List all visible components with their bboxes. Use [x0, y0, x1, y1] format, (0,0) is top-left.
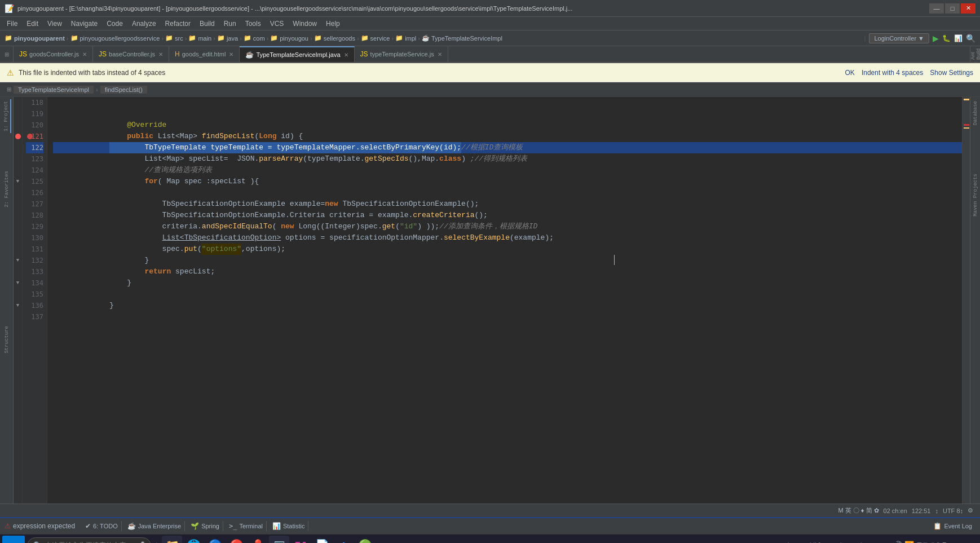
structure-btn[interactable]: Structure — [3, 324, 11, 355]
menu-help[interactable]: Help — [321, 19, 345, 29]
tab-close-1[interactable]: ✕ — [82, 51, 87, 58]
nav-main[interactable]: main — [198, 35, 211, 42]
taskbar-app-intellij[interactable]: IJ — [290, 536, 311, 544]
notif-message: This file is indented with tabs instead … — [19, 69, 841, 77]
tab-close-2[interactable]: ✕ — [158, 51, 163, 58]
nav-java[interactable]: java — [227, 35, 238, 42]
tool-spring[interactable]: 🌱 Spring — [187, 521, 223, 531]
database-label[interactable]: Database — [972, 99, 979, 127]
tab-js-icon-2: JS — [99, 50, 107, 58]
tab-label-typetemplateservice-js: typeTemplateService.js — [370, 51, 434, 58]
taskbar: ⊞ 🔍 在这里输入您要搜索的内容 🎤 | 📁 🌐 🔵 🔴 📍 💻 IJ — [0, 534, 980, 543]
breadcrumb-method[interactable]: findSpecList() — [100, 86, 147, 94]
cmd-icon: 💻 — [272, 538, 286, 543]
tab-close-5[interactable]: ✕ — [438, 51, 442, 58]
close-btn[interactable]: ✕ — [961, 3, 975, 14]
nav-com[interactable]: com — [253, 35, 265, 42]
blue-arrow-icon: ⬇ — [340, 538, 347, 543]
taskbar-tray: https://blog.csdn.net/qq_35... 🔊 📶 黑马程序员… — [788, 541, 978, 543]
menu-view[interactable]: View — [43, 19, 67, 29]
gear-icon[interactable]: ⚙ — [968, 507, 973, 514]
ant-build-label[interactable]: Ant Build — [969, 46, 981, 62]
taskbar-app-red[interactable]: 🔴 — [226, 536, 246, 544]
taskbar-app-green[interactable]: 🟢 — [355, 536, 375, 544]
taskbar-app-blue-arrow[interactable]: ⬇ — [333, 536, 354, 544]
nav-pinyougouparent[interactable]: pinyougouparent — [14, 35, 65, 42]
menu-run[interactable]: Run — [219, 19, 241, 29]
taskbar-search[interactable]: 🔍 在这里输入您要搜索的内容 🎤 — [27, 537, 151, 544]
menu-vcs[interactable]: VCS — [266, 19, 289, 29]
breadcrumb-structure-icon: ⊞ — [7, 86, 11, 92]
tab-bar: ⊞ JS goodsController.js ✕ JS baseControl… — [0, 46, 980, 63]
taskbar-app-cmd[interactable]: 💻 — [269, 536, 289, 544]
tray-icon-1[interactable]: 🔊 — [893, 541, 902, 543]
taskbar-app-chrome[interactable]: 🔵 — [205, 536, 225, 544]
maximize-btn[interactable]: □ — [945, 3, 960, 14]
tab-close-3[interactable]: ✕ — [229, 51, 233, 58]
taskbar-app-explorer[interactable]: 📁 — [162, 536, 182, 544]
tab-close-4[interactable]: ✕ — [344, 52, 348, 58]
code-editor[interactable]: @Override public List<Map> findSpecList(… — [47, 97, 962, 504]
notif-settings-link[interactable]: Show Settings — [930, 69, 973, 77]
tab-goods-edit[interactable]: H goods_edit.html ✕ — [169, 46, 240, 62]
notif-indent-link[interactable]: Indent with 4 spaces — [862, 69, 923, 77]
nav-sep-7: › — [310, 35, 312, 42]
tool-java-enterprise[interactable]: ☕ Java Enterprise — [124, 521, 185, 531]
maven-label[interactable]: Maven Projects — [972, 172, 979, 218]
profile-btn[interactable]: 📊 — [954, 34, 963, 42]
nav-service[interactable]: service — [370, 35, 390, 42]
minimize-btn[interactable]: — — [929, 3, 944, 14]
debug-btn[interactable]: 🐛 — [942, 34, 951, 42]
tab-label-goodscontroller: goodsController.js — [29, 51, 79, 58]
run-config-selector[interactable]: LoginController ▼ — [869, 33, 929, 43]
fold-132[interactable]: ▼ — [14, 255, 22, 266]
nav-pinyougou[interactable]: pinyougou — [280, 35, 308, 42]
menu-analyze[interactable]: Analyze — [127, 19, 161, 29]
nav-sellergoodsservice[interactable]: pinyougousellergoodsservice — [80, 35, 160, 42]
menu-navigate[interactable]: Navigate — [67, 19, 102, 29]
taskbar-app-edge[interactable]: 🌐 — [183, 536, 204, 544]
menu-file[interactable]: File — [2, 19, 22, 29]
menu-edit[interactable]: Edit — [22, 19, 43, 29]
start-button[interactable]: ⊞ — [2, 536, 25, 544]
tool-statistic[interactable]: 📊 Statistic — [269, 521, 309, 531]
tab-basecontroller[interactable]: JS baseController.js ✕ — [93, 46, 169, 62]
tool-todo[interactable]: ✔ 6: TODO — [82, 521, 122, 531]
spring-icon: 🌱 — [191, 522, 199, 530]
nav-sep-9: › — [391, 35, 394, 42]
nav-icon-folder: 📁 — [5, 34, 12, 42]
notif-ok-link[interactable]: OK — [845, 69, 855, 77]
tool-terminal[interactable]: >_ Terminal — [226, 521, 267, 531]
code-line-118 — [53, 97, 962, 108]
tab-typetemplate-service-js[interactable]: JS typeTemplateService.js ✕ — [355, 46, 448, 62]
nav-sellergoods[interactable]: sellergoods — [324, 35, 355, 42]
fold-136[interactable]: ▼ — [14, 300, 22, 311]
menu-tools[interactable]: Tools — [241, 19, 266, 29]
breadcrumb-class[interactable]: TypeTemplateServiceImpl — [14, 86, 94, 94]
tab-typetemplate-active[interactable]: ☕ TypeTemplateServiceImpl.java ✕ — [240, 46, 354, 62]
taskbar-app-maps[interactable]: 📍 — [248, 536, 268, 544]
run-btn[interactable]: ▶ — [933, 34, 939, 43]
search-everywhere-btn[interactable]: 🔍 — [966, 34, 975, 43]
menu-build[interactable]: Build — [195, 19, 219, 29]
nav-class[interactable]: TypeTemplateServiceImpl — [431, 35, 502, 42]
nav-src[interactable]: src — [175, 35, 183, 42]
nav-icon-impl: 📁 — [395, 34, 403, 42]
tray-icon-2[interactable]: 📶 — [904, 541, 914, 543]
tool-event-log[interactable]: 📋 Event Log — [930, 521, 975, 531]
menu-window[interactable]: Window — [288, 19, 321, 29]
menu-code[interactable]: Code — [102, 19, 127, 29]
fold-134[interactable]: ▼ — [14, 277, 22, 289]
fold-125[interactable]: ▼ — [14, 176, 22, 187]
menu-refactor[interactable]: Refactor — [161, 19, 195, 29]
menu-bar: File Edit View Navigate Code Analyze Ref… — [0, 17, 980, 30]
structure-icon[interactable]: ⊞ — [5, 51, 9, 58]
statistic-icon: 📊 — [272, 522, 281, 530]
project-panel-btn[interactable]: 1: Project — [2, 99, 11, 133]
maps-icon: 📍 — [251, 538, 265, 543]
taskbar-app-pdf[interactable]: 📄 — [312, 536, 332, 544]
tab-goodscontroller[interactable]: JS goodsController.js ✕ — [14, 46, 93, 62]
tab-label-goods-edit: goods_edit.html — [182, 51, 226, 58]
favorites-btn[interactable]: 2: Favorites — [3, 169, 11, 209]
nav-impl[interactable]: impl — [405, 35, 416, 42]
